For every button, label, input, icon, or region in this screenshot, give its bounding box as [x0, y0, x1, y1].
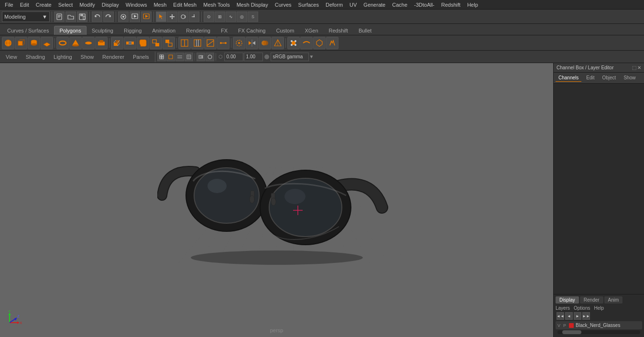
panels-menu[interactable]: Panels — [129, 53, 153, 61]
bridge-btn[interactable] — [124, 37, 136, 49]
extrude-btn[interactable] — [111, 37, 123, 49]
tab-rendering[interactable]: Rendering — [181, 26, 216, 35]
menu-mesh-tools[interactable]: Mesh Tools — [200, 1, 232, 9]
rotate-tool-btn[interactable] — [178, 11, 188, 22]
bool-union-btn[interactable] — [259, 37, 271, 49]
menu-display[interactable]: Display — [99, 1, 122, 9]
vp-select-btn[interactable] — [157, 53, 166, 61]
mirror-btn[interactable] — [246, 37, 258, 49]
cleanup-btn[interactable] — [326, 37, 338, 49]
tab-fx-caching[interactable]: FX Caching — [233, 26, 271, 35]
panel-scrollbar[interactable] — [557, 330, 640, 334]
panel-close-btn[interactable]: ✕ — [637, 65, 641, 70]
menu-edit-mesh[interactable]: Edit Mesh — [170, 1, 199, 9]
shading-menu[interactable]: Shading — [22, 53, 49, 61]
new-scene-btn[interactable] — [54, 11, 65, 22]
tab-redshift[interactable]: Redshift — [324, 26, 353, 35]
mode-selector[interactable]: Modeling ▼ — [2, 11, 50, 22]
vp-grid-btn[interactable] — [175, 53, 184, 61]
tab-animation[interactable]: Animation — [147, 26, 181, 35]
paint-select-btn[interactable] — [233, 37, 245, 49]
menu-file[interactable]: File — [2, 1, 16, 9]
vp-cam-btn[interactable] — [196, 53, 205, 61]
tab-polygons[interactable]: Polygons — [54, 26, 86, 35]
vp-xray-btn[interactable] — [206, 53, 214, 61]
undo-btn[interactable] — [92, 11, 102, 22]
vp-val1[interactable]: 0.00 — [224, 53, 243, 61]
save-scene-btn[interactable] — [77, 11, 87, 22]
layers-menu[interactable]: Layers — [556, 305, 570, 311]
scale-tool-btn[interactable] — [189, 11, 199, 22]
torus-btn[interactable] — [56, 37, 69, 49]
layer-prev-btn[interactable]: ◄◄ — [557, 312, 564, 320]
cube-btn[interactable] — [15, 37, 27, 49]
panel-bottom-display-tab[interactable]: Display — [556, 296, 579, 304]
panel-float-btn[interactable]: ⬚ — [632, 65, 636, 70]
menu-mesh[interactable]: Mesh — [151, 1, 169, 9]
layer-item-glasses[interactable]: V P Black_Nerd_Glasses — [556, 321, 642, 329]
vp-chevron[interactable]: ▼ — [309, 54, 314, 59]
menu-surfaces[interactable]: Surfaces — [295, 1, 322, 9]
vp-gamma[interactable]: sRGB gamma — [271, 53, 309, 61]
offset-edgeloop-btn[interactable] — [191, 37, 204, 49]
tab-sculpting[interactable]: Sculpting — [87, 26, 119, 35]
render-settings-btn[interactable] — [118, 11, 129, 22]
menu-cache[interactable]: Cache — [389, 1, 410, 9]
menu-edit[interactable]: Edit — [17, 1, 32, 9]
render-btn[interactable] — [130, 11, 140, 22]
select-tool-btn[interactable] — [156, 11, 166, 22]
bevel-btn[interactable] — [137, 37, 149, 49]
cone-btn[interactable] — [69, 37, 82, 49]
tab-curves-surfaces[interactable]: Curves / Surfaces — [2, 26, 54, 35]
tab-fx[interactable]: FX — [216, 26, 233, 35]
move-tool-btn[interactable] — [167, 11, 177, 22]
menu-windows[interactable]: Windows — [123, 1, 150, 9]
snap-point-btn[interactable]: ⊙ — [204, 11, 214, 22]
vp-wire-btn[interactable] — [185, 53, 193, 61]
view-menu[interactable]: View — [2, 53, 21, 61]
menu-curves[interactable]: Curves — [272, 1, 295, 9]
snap-view-btn[interactable]: ◎ — [237, 11, 247, 22]
crease-edge-btn[interactable] — [300, 37, 313, 49]
snap-grid-btn[interactable]: ⊞ — [215, 11, 225, 22]
plane-btn[interactable] — [41, 37, 53, 49]
menu-generate[interactable]: Generate — [360, 1, 388, 9]
cylinder-btn[interactable] — [28, 37, 40, 49]
panel-tab-channels[interactable]: Channels — [556, 74, 581, 82]
menu-create[interactable]: Create — [33, 1, 55, 9]
show-menu[interactable]: Show — [77, 53, 98, 61]
menu-redshift[interactable]: Redshift — [438, 1, 463, 9]
menu-uv[interactable]: UV — [347, 1, 360, 9]
panel-bottom-anim-tab[interactable]: Anim — [604, 296, 623, 304]
soft-transform-btn[interactable] — [287, 37, 300, 49]
menu-3dtoall[interactable]: -3DtoAll- — [411, 1, 437, 9]
ipr-btn[interactable] — [141, 11, 152, 22]
layer-fwd-btn[interactable]: ► — [574, 312, 581, 320]
snap-curve-btn[interactable]: ∿ — [226, 11, 236, 22]
menu-select[interactable]: Select — [55, 1, 76, 9]
panel-tab-object[interactable]: Object — [600, 74, 619, 82]
3d-viewport[interactable]: persp X Y Z — [0, 63, 553, 337]
disc-btn[interactable] — [82, 37, 95, 49]
open-scene-btn[interactable] — [65, 11, 76, 22]
menu-deform[interactable]: Deform — [323, 1, 346, 9]
tab-bullet[interactable]: Bullet — [353, 26, 377, 35]
help-menu[interactable]: Help — [594, 305, 604, 311]
connect-btn[interactable] — [217, 37, 229, 49]
tab-custom[interactable]: Custom — [271, 26, 300, 35]
renderer-menu[interactable]: Renderer — [98, 53, 128, 61]
options-menu[interactable]: Options — [574, 305, 590, 311]
vp-val2[interactable]: 1.00 — [244, 53, 263, 61]
menu-help[interactable]: Help — [464, 1, 481, 9]
tab-rigging[interactable]: Rigging — [119, 26, 147, 35]
insert-edgeloop-btn[interactable] — [178, 37, 191, 49]
vp-sel2-btn[interactable] — [166, 53, 175, 61]
triangulate-btn[interactable] — [272, 37, 284, 49]
menu-modify[interactable]: Modify — [76, 1, 98, 9]
panel-bottom-render-tab[interactable]: Render — [580, 296, 603, 304]
soft-select-btn[interactable]: S — [248, 11, 258, 22]
lighting-menu[interactable]: Lighting — [50, 53, 76, 61]
menu-mesh-display[interactable]: Mesh Display — [234, 1, 271, 9]
multi-cut-btn[interactable] — [204, 37, 217, 49]
layer-back-btn[interactable]: ◄ — [565, 312, 573, 320]
